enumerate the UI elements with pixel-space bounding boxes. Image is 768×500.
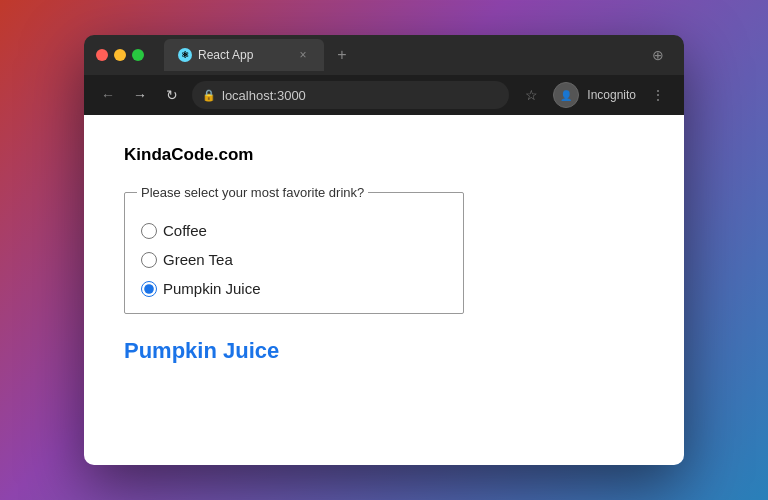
- green-tea-option[interactable]: Green Tea: [141, 251, 447, 268]
- maximize-window-button[interactable]: [132, 49, 144, 61]
- profile-icon: 👤: [560, 90, 572, 101]
- tab-close-button[interactable]: ×: [296, 48, 310, 62]
- page-content: KindaCode.com Please select your most fa…: [84, 115, 684, 465]
- coffee-option[interactable]: Coffee: [141, 222, 447, 239]
- pumpkin-juice-option[interactable]: Pumpkin Juice: [141, 280, 447, 297]
- bookmark-icon[interactable]: ☆: [517, 81, 545, 109]
- more-options-icon[interactable]: ⋮: [644, 81, 672, 109]
- back-button[interactable]: ←: [96, 83, 120, 107]
- browser-window: ⚛ React App × + ⊕ ← → ↻ 🔒 localhost:3000…: [84, 35, 684, 465]
- selected-drink-display: Pumpkin Juice: [124, 338, 644, 364]
- address-bar: ← → ↻ 🔒 localhost:3000 ☆ 👤 Incognito ⋮: [84, 75, 684, 115]
- title-bar: ⚛ React App × + ⊕: [84, 35, 684, 75]
- forward-button[interactable]: →: [128, 83, 152, 107]
- tab-favicon-icon: ⚛: [178, 48, 192, 62]
- url-bar[interactable]: 🔒 localhost:3000: [192, 81, 509, 109]
- tab-area: ⚛ React App × +: [164, 39, 636, 71]
- drink-selection-fieldset: Please select your most favorite drink? …: [124, 185, 464, 314]
- url-text: localhost:3000: [222, 88, 306, 103]
- coffee-label: Coffee: [163, 222, 207, 239]
- new-tab-button[interactable]: +: [330, 43, 354, 67]
- tab-title: React App: [198, 48, 290, 62]
- green-tea-radio[interactable]: [141, 252, 157, 268]
- close-window-button[interactable]: [96, 49, 108, 61]
- site-title: KindaCode.com: [124, 145, 644, 165]
- extensions-icon[interactable]: ⊕: [644, 41, 672, 69]
- minimize-window-button[interactable]: [114, 49, 126, 61]
- pumpkin-juice-radio[interactable]: [141, 281, 157, 297]
- green-tea-label: Green Tea: [163, 251, 233, 268]
- incognito-label: Incognito: [587, 88, 636, 102]
- traffic-lights: [96, 49, 144, 61]
- profile-button[interactable]: 👤: [553, 82, 579, 108]
- coffee-radio[interactable]: [141, 223, 157, 239]
- browser-tab[interactable]: ⚛ React App ×: [164, 39, 324, 71]
- reload-button[interactable]: ↻: [160, 83, 184, 107]
- address-actions: ☆ 👤 Incognito ⋮: [517, 81, 672, 109]
- lock-icon: 🔒: [202, 89, 216, 102]
- pumpkin-juice-label: Pumpkin Juice: [163, 280, 261, 297]
- fieldset-legend: Please select your most favorite drink?: [137, 185, 368, 200]
